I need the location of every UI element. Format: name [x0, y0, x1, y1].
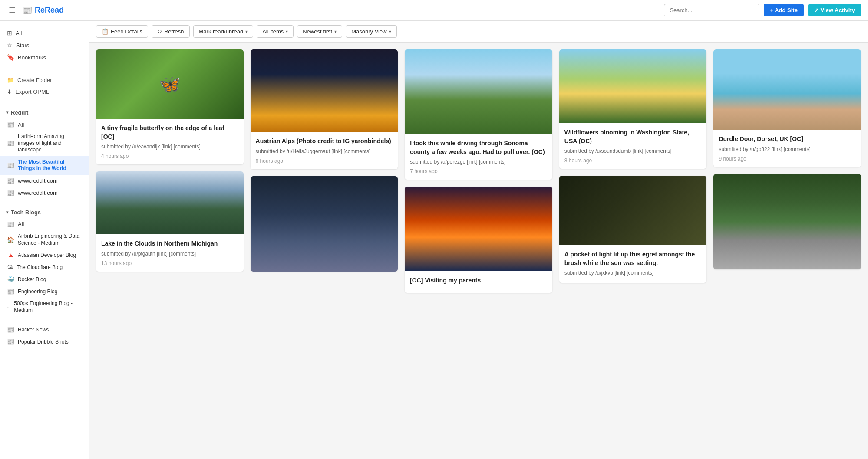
sidebar-divider-4: [0, 320, 89, 320]
sidebar-item-airbnb[interactable]: 🏠 Airbnb Engineering & Data Science - Me…: [0, 230, 89, 249]
newest-first-button[interactable]: Newest first ▾: [297, 25, 342, 38]
add-site-button[interactable]: + Add Site: [764, 4, 803, 16]
sidebar-group-reddit-header[interactable]: ▾ Reddit: [0, 107, 89, 118]
export-opml-icon: ⬇: [7, 89, 12, 95]
view-activity-button[interactable]: ↗ View Activity: [808, 4, 861, 16]
reddit-all-label: All: [18, 121, 24, 128]
airbnb-label: Airbnb Engineering & Data Science - Medi…: [18, 233, 82, 246]
card-alps[interactable]: Austrian Alps (Photo credit to IG yaronb…: [251, 49, 398, 169]
masonry-view-label: Masonry View: [351, 28, 386, 35]
topbar-right: + Add Site ↗ View Activity: [664, 4, 861, 16]
export-opml-label: Export OPML: [15, 89, 49, 95]
docker-icon: 🐳: [7, 276, 14, 283]
sidebar-item-earthporn[interactable]: 📰 EarthPorn: Amazing images of light and…: [0, 131, 89, 156]
newest-first-label: Newest first: [303, 28, 332, 35]
card-alps-time: 6 hours ago: [256, 158, 393, 164]
sidebar-item-reddit-com-2[interactable]: 📰 www.reddit.com: [0, 187, 89, 199]
sidebar-item-cloudflare[interactable]: 🌤 The Cloudflare Blog: [0, 261, 89, 273]
sidebar-item-most-beautiful[interactable]: 📰 The Most Beautiful Things in the World: [0, 156, 89, 175]
masonry-col-2: I took this while driving through Sonoma…: [405, 49, 552, 293]
reddit-com-2-icon: 📰: [7, 190, 14, 197]
earthporn-icon: 📰: [7, 140, 14, 147]
masonry-col-1: Austrian Alps (Photo credit to IG yaronb…: [251, 49, 398, 272]
sidebar-item-bookmarks[interactable]: 🔖 Bookmarks: [0, 51, 89, 63]
500px-label: 500px Engineering Blog - Medium: [14, 300, 82, 314]
engineering-label: Engineering Blog: [18, 289, 57, 295]
sidebar-group-tech-blogs: ▾ Tech Blogs 📰 All 🏠 Airbnb Engineering …: [0, 207, 89, 316]
mark-read-button[interactable]: Mark read/unread ▾: [193, 25, 254, 38]
card-alps-image: [251, 49, 398, 132]
card-durdle[interactable]: Durdle Door, Dorset, UK [OC] submitted b…: [713, 49, 861, 167]
stars-icon: ☆: [7, 42, 13, 49]
topbar-left: ☰ 📰 ReRead: [7, 4, 64, 17]
search-input[interactable]: [664, 4, 759, 16]
refresh-button[interactable]: ↻ Refresh: [152, 25, 190, 38]
mark-read-label: Mark read/unread: [199, 28, 244, 35]
create-folder-icon: 📁: [7, 77, 14, 83]
card-wildflowers-image: [559, 49, 707, 123]
all-items-caret: ▾: [286, 29, 288, 34]
sidebar-divider-1: [0, 69, 89, 69]
sidebar-group-tech-blogs-header[interactable]: ▾ Tech Blogs: [0, 207, 89, 218]
card-parents-body: [OC] Visiting my parents: [405, 271, 552, 293]
card-butterfly-title: A tiny fragile butterfly on the edge of …: [101, 124, 238, 141]
airbnb-icon: 🏠: [7, 236, 14, 243]
card-lake-image: [96, 171, 244, 234]
tech-blogs-chevron-icon: ▾: [6, 210, 8, 215]
all-icon: ⊞: [7, 30, 12, 36]
sidebar-item-reddit-all[interactable]: 📰 All: [0, 118, 89, 131]
sidebar-item-hacker-news[interactable]: 📰 Hacker News: [0, 324, 89, 336]
sidebar-item-tech-all[interactable]: 📰 All: [0, 218, 89, 230]
card-lake-title: Lake in the Clouds in Northern Michigan: [101, 239, 238, 248]
mark-read-caret: ▾: [245, 29, 248, 34]
sidebar-item-500px[interactable]: ··· 500px Engineering Blog - Medium: [0, 298, 89, 316]
card-parents[interactable]: [OC] Visiting my parents: [405, 187, 552, 293]
masonry-col-3: Wildflowers blooming in Washington State…: [559, 49, 707, 283]
tech-all-label: All: [18, 221, 24, 227]
sidebar-item-engineering[interactable]: 📰 Engineering Blog: [0, 285, 89, 298]
sidebar-item-stars-label: Stars: [16, 42, 29, 49]
card-lake-body: Lake in the Clouds in Northern Michigan …: [96, 234, 244, 272]
docker-label: Docker Blog: [18, 276, 46, 282]
card-butterfly[interactable]: A tiny fragile butterfly on the edge of …: [96, 49, 244, 164]
card-egret[interactable]: A pocket of light lit up this egret amon…: [559, 176, 707, 283]
sidebar-item-stars[interactable]: ☆ Stars: [0, 39, 89, 51]
toolbar: 📋 Feed Details ↻ Refresh Mark read/unrea…: [89, 21, 868, 43]
sidebar-item-popular-dribble[interactable]: 📰 Popular Dribble Shots: [0, 336, 89, 348]
reddit-com-2-label: www.reddit.com: [18, 190, 58, 196]
all-items-button[interactable]: All items ▾: [257, 25, 294, 38]
card-durdle-time: 9 hours ago: [719, 156, 856, 162]
sidebar-item-all[interactable]: ⊞ All: [0, 27, 89, 39]
card-lake[interactable]: Lake in the Clouds in Northern Michigan …: [96, 171, 244, 272]
card-sonoma[interactable]: I took this while driving through Sonoma…: [405, 49, 552, 180]
card-waterfall-image: [713, 174, 861, 269]
card-building[interactable]: [251, 176, 398, 272]
app-logo: 📰 ReRead: [23, 6, 64, 15]
card-egret-body: A pocket of light lit up this egret amon…: [559, 245, 707, 283]
sidebar-export-opml[interactable]: ⬇ Export OPML: [0, 86, 89, 98]
card-egret-title: A pocket of light lit up this egret amon…: [564, 250, 702, 267]
sidebar-create-folder[interactable]: 📁 Create Folder: [0, 74, 89, 86]
sidebar-toggle-button[interactable]: ☰: [7, 4, 17, 17]
card-durdle-meta: submitted by /u/gb322 [link] [comments]: [719, 146, 856, 152]
sidebar-item-atlassian[interactable]: 🔺 Atlassian Developer Blog: [0, 249, 89, 261]
refresh-label: Refresh: [164, 28, 184, 35]
refresh-icon: ↻: [157, 28, 162, 35]
card-durdle-title: Durdle Door, Dorset, UK [OC]: [719, 135, 856, 144]
sidebar-item-docker[interactable]: 🐳 Docker Blog: [0, 273, 89, 285]
masonry-view-button[interactable]: Masonry View ▾: [346, 25, 396, 38]
topbar: ☰ 📰 ReRead + Add Site ↗ View Activity: [0, 0, 868, 21]
feed-details-label: Feed Details: [111, 28, 142, 35]
card-lake-meta: submitted by /u/ptgauth [link] [comments…: [101, 251, 238, 257]
hacker-news-icon: 📰: [7, 326, 14, 333]
card-butterfly-meta: submitted by /u/eavandijk [link] [commen…: [101, 144, 238, 150]
popular-dribble-label: Popular Dribble Shots: [18, 339, 69, 345]
card-sonoma-image: [405, 49, 552, 134]
card-durdle-body: Durdle Door, Dorset, UK [OC] submitted b…: [713, 130, 861, 167]
card-waterfall[interactable]: [713, 174, 861, 269]
sidebar: ⊞ All ☆ Stars 🔖 Bookmarks 📁 Create Folde…: [0, 21, 89, 459]
sidebar-item-reddit-com-1[interactable]: 📰 www.reddit.com: [0, 175, 89, 187]
feed-details-button[interactable]: 📋 Feed Details: [96, 25, 148, 38]
card-wildflowers[interactable]: Wildflowers blooming in Washington State…: [559, 49, 707, 169]
card-durdle-image: [713, 49, 861, 130]
